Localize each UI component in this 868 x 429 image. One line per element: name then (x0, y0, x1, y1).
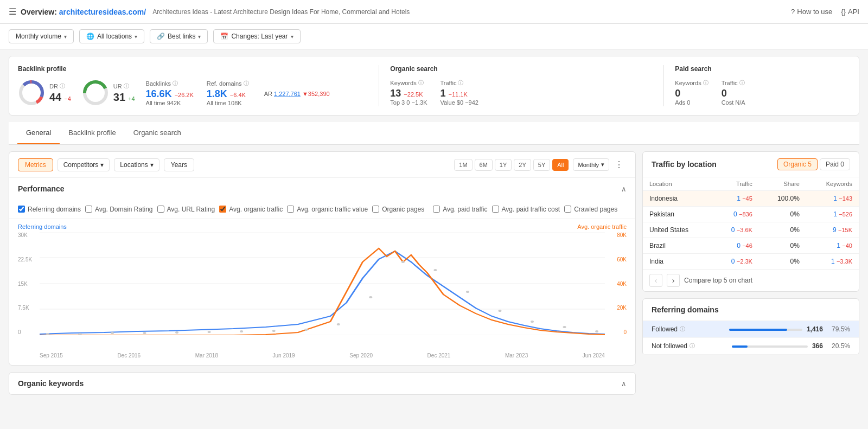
info-icon: ⓘ (60, 82, 65, 90)
ref-percent: 20.5% (832, 342, 850, 350)
avg-organic-val-checkbox[interactable]: Avg. organic traffic value (287, 206, 368, 213)
organic-paid-tabs: Organic 5 Paid 0 (777, 158, 850, 170)
legend-referring-domains: Referring domains (18, 223, 67, 230)
paid-keywords-label: Keywords ⓘ (675, 79, 708, 87)
competitors-dropdown[interactable]: Competitors ▾ (58, 158, 110, 171)
svg-point-17 (272, 330, 276, 332)
prev-page-btn[interactable]: ‹ (649, 274, 662, 287)
avg-url-checkbox[interactable]: Avg. URL Rating (157, 206, 215, 213)
paid-tab[interactable]: Paid 0 (820, 158, 850, 170)
referring-domains-panel: Referring domains Followed ⓘ 1,416 79.5%… (642, 298, 859, 355)
keywords-change: −22.5K (404, 91, 423, 98)
ref-label: Not followed ⓘ (652, 342, 727, 350)
tab-backlink[interactable]: Backlink profile (60, 122, 124, 144)
x-axis: Sep 2015 Dec 2016 Mar 2018 Jun 2019 Sep … (40, 353, 605, 358)
right-column: Traffic by location Organic 5 Paid 0 Loc… (642, 151, 859, 395)
two-col-layout: Metrics Competitors ▾ Locations ▾ Years … (9, 151, 859, 395)
y-axis-right: 80K 60K 40K 20K 0 (608, 232, 627, 335)
ref-domains-alltime: All time 108K (207, 100, 249, 106)
backlinks-value: 16.6K (146, 88, 172, 100)
backlink-stats: Backlinks ⓘ 16.6K −26.2K All time 942K (146, 80, 249, 106)
links-filter[interactable]: 🔗 Best links ▾ (150, 29, 208, 43)
info-icon: ⓘ (244, 80, 249, 87)
ur-chart (82, 79, 109, 106)
backlinks-label: Backlinks ⓘ (146, 80, 194, 87)
time-1m[interactable]: 1M (454, 159, 472, 171)
ar-value[interactable]: 1,227,761 (274, 91, 301, 97)
help-label: How to use (797, 8, 832, 16)
svg-point-21 (401, 261, 405, 263)
changes-filter[interactable]: 📅 Changes: Last year ▾ (213, 29, 300, 43)
changes-label: Changes: Last year (231, 33, 288, 40)
tab-organic[interactable]: Organic search (125, 122, 190, 144)
overview-label: Overview: (21, 8, 59, 16)
share-cell: 0% (759, 238, 806, 254)
keywords-cell: 1 −526 (806, 207, 859, 222)
help-link[interactable]: ? How to use (791, 8, 832, 16)
location-table: Location Traffic Share Keywords Indonesi… (643, 177, 859, 270)
info-icon: ⓘ (680, 325, 685, 333)
svg-point-15 (208, 331, 211, 333)
table-row: Brazil 0 −46 0% 1 −40 (643, 238, 859, 254)
locations-dropdown[interactable]: Locations ▾ (114, 158, 159, 171)
ref-domains-change: −6.4K (230, 92, 246, 98)
time-5y[interactable]: 5Y (533, 159, 550, 171)
volume-label: Monthly volume (16, 33, 61, 40)
svg-point-19 (337, 323, 340, 325)
left-column: Metrics Competitors ▾ Locations ▾ Years … (9, 151, 636, 395)
chart-area: Referring domains Avg. organic traffic 3… (9, 219, 635, 365)
svg-point-20 (369, 296, 372, 298)
table-row: Indonesia 1 −45 100.0% 1 −143 (643, 191, 859, 207)
location-cell: Indonesia (643, 191, 713, 207)
volume-filter[interactable]: Monthly volume ▾ (9, 29, 74, 43)
chevron-down-icon: ▾ (291, 34, 293, 40)
ref-bar (729, 329, 787, 331)
monthly-dropdown[interactable]: Monthly ▾ (573, 158, 609, 171)
referring-domains-checkbox[interactable]: Referring domains (18, 206, 81, 213)
years-tab[interactable]: Years (164, 158, 194, 171)
pagination-row: ‹ › Compare top 5 on chart (643, 270, 859, 291)
location-cell: Pakistan (643, 207, 713, 222)
locations-filter[interactable]: 🌐 All locations ▾ (79, 29, 144, 43)
time-6m[interactable]: 6M (475, 159, 493, 171)
menu-icon[interactable]: ☰ (9, 7, 16, 17)
location-cell: Brazil (643, 238, 713, 254)
info-icon: ⓘ (739, 79, 745, 87)
backlinks-stat: Backlinks ⓘ 16.6K −26.2K All time 942K (146, 80, 194, 106)
chart-inner (40, 232, 605, 335)
tab-general[interactable]: General (17, 122, 60, 144)
organic-collapse-icon[interactable]: ∧ (621, 380, 627, 388)
info-icon: ⓘ (173, 80, 178, 87)
site-link[interactable]: architecturesideas.com/ (59, 8, 146, 16)
share-cell: 0% (759, 254, 806, 270)
ref-panel-title: Referring domains (652, 305, 719, 314)
ref-panel-header: Referring domains (643, 299, 859, 321)
time-2y[interactable]: 2Y (514, 159, 531, 171)
organic-pages-checkbox[interactable]: Organic pages (372, 206, 424, 213)
paid-section: Paid search Keywords ⓘ 0 Ads 0 Traffic ⓘ (663, 65, 850, 106)
ref-value: 1,416 (807, 325, 823, 333)
avg-paid-cost-checkbox[interactable]: Avg. paid traffic cost (492, 206, 560, 213)
metrics-tab[interactable]: Metrics (18, 158, 53, 171)
chevron-down-icon: ▾ (198, 34, 201, 40)
avg-dr-checkbox[interactable]: Avg. Domain Rating (85, 206, 153, 213)
question-icon: ? (791, 8, 795, 16)
collapse-icon[interactable]: ∧ (621, 185, 627, 193)
time-all[interactable]: All (552, 159, 569, 171)
avg-paid-checkbox[interactable]: Avg. paid traffic (433, 206, 487, 213)
api-link[interactable]: {} API (841, 8, 859, 16)
keywords-top3: Top 3 0 −1.3K (390, 99, 427, 106)
filter-bar: Monthly volume ▾ 🌐 All locations ▾ 🔗 Bes… (0, 24, 868, 49)
crawled-pages-checkbox[interactable]: Crawled pages (564, 206, 617, 213)
organic-keywords-title: Organic keywords (18, 379, 84, 388)
organic-tab[interactable]: Organic 5 (777, 158, 818, 170)
avg-organic-checkbox[interactable]: Avg. organic traffic (219, 206, 283, 213)
ar-stat: AR 1,227,761 ▼352,390 (264, 88, 330, 97)
traffic-cell: 0 −2.3K (713, 254, 759, 270)
next-page-btn[interactable]: › (667, 274, 680, 287)
chart-toolbar-right: 1M 6M 1Y 2Y 5Y All Monthly ▾ ⋮ (454, 157, 627, 172)
more-options-icon[interactable]: ⋮ (611, 157, 627, 172)
table-row: United States 0 −3.6K 0% 9 −15K (643, 222, 859, 238)
time-1y[interactable]: 1Y (495, 159, 512, 171)
svg-point-25 (531, 321, 534, 323)
